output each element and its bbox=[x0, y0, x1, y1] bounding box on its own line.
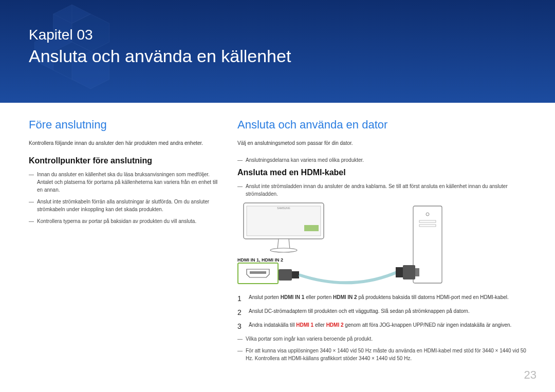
step-2: 2 Anslut DC-strömadaptern till produkten… bbox=[237, 307, 534, 318]
svg-rect-22 bbox=[415, 268, 419, 276]
svg-rect-18 bbox=[279, 269, 292, 281]
left-column: Före anslutning Kontrollera följande inn… bbox=[29, 118, 219, 366]
svg-rect-20 bbox=[396, 267, 403, 277]
hdmi-port-box bbox=[237, 263, 279, 284]
connect-pc-intro: Välj en anslutningsmetod som passar för … bbox=[237, 140, 534, 147]
before-connecting-intro: Kontrollera följande innan du ansluter d… bbox=[29, 140, 219, 147]
checkpoint-item: Anslut inte strömkabeln förrän alla ansl… bbox=[29, 198, 219, 213]
step-number: 2 bbox=[237, 307, 244, 318]
hdmi-port-label: HDMI IN 1, HDMI IN 2 bbox=[237, 257, 283, 263]
hdmi-connection-diagram: SAMSUNG H bbox=[237, 202, 453, 289]
header-background: Kapitel 03 Ansluta och använda en källen… bbox=[0, 0, 555, 103]
step-3: 3 Ändra indatakälla till HDMI 1 eller HD… bbox=[237, 321, 534, 332]
hdmi-port-icon bbox=[246, 268, 270, 278]
right-column: Ansluta och använda en dator Välj en ans… bbox=[237, 118, 534, 366]
step-text: Ändra indatakälla till HDMI 1 eller HDMI… bbox=[249, 321, 534, 332]
before-connecting-heading: Före anslutning bbox=[29, 118, 219, 132]
step-number: 3 bbox=[237, 321, 244, 332]
svg-point-12 bbox=[270, 248, 297, 252]
monitor-icon: SAMSUNG bbox=[243, 202, 325, 253]
step-number: 1 bbox=[237, 293, 244, 304]
step-text: Anslut DC-strömadaptern till produkten o… bbox=[249, 307, 534, 318]
hdmi-cable-icon bbox=[279, 261, 422, 292]
step-text: Anslut porten HDMI IN 1 eller porten HDM… bbox=[249, 293, 534, 304]
checkpoints-heading: Kontrollpunkter före anslutning bbox=[29, 156, 219, 165]
svg-rect-19 bbox=[292, 271, 299, 278]
hdmi-heading: Ansluta med en HDMI-kabel bbox=[237, 168, 534, 177]
hdmi-power-note: Anslut inte strömsladden innan du anslut… bbox=[237, 182, 534, 198]
checkpoint-item: Kontrollera typerna av portar på baksida… bbox=[29, 217, 219, 225]
svg-text:SAMSUNG: SAMSUNG bbox=[277, 207, 290, 210]
page-number: 23 bbox=[524, 368, 536, 382]
ports-vary-note: Vilka portar som ingår kan variera beroe… bbox=[237, 335, 534, 343]
connect-pc-heading: Ansluta och använda en dator bbox=[237, 118, 534, 132]
resolution-note: För att kunna visa upplösningen 3440 × 1… bbox=[237, 347, 534, 362]
step-1: 1 Anslut porten HDMI IN 1 eller porten H… bbox=[237, 293, 534, 304]
svg-rect-10 bbox=[304, 225, 319, 231]
checkpoint-item: Innan du ansluter en källenhet ska du lä… bbox=[29, 171, 219, 194]
hdmi-steps: 1 Anslut porten HDMI IN 1 eller porten H… bbox=[237, 293, 534, 332]
svg-rect-21 bbox=[403, 265, 415, 279]
chapter-title: Ansluta och använda en källenhet bbox=[29, 46, 291, 66]
svg-rect-9 bbox=[247, 206, 321, 236]
chapter-label: Kapitel 03 bbox=[29, 27, 93, 43]
svg-rect-17 bbox=[250, 271, 266, 274]
connection-parts-note: Anslutningsdelarna kan variera med olika… bbox=[237, 156, 534, 164]
